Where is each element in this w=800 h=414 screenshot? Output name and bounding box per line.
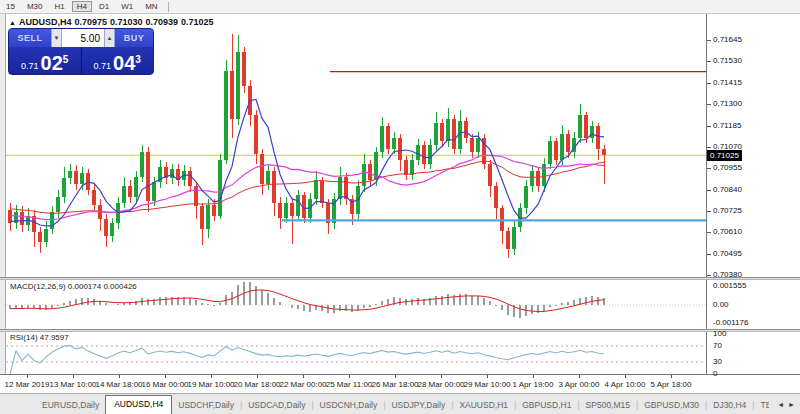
price-tick-label: 0.71300 bbox=[713, 100, 742, 108]
rsi-line bbox=[10, 345, 604, 374]
chart-tab-usdcad-daily[interactable]: USDCAD,Daily bbox=[242, 397, 311, 414]
one-click-trading-panel: SELL ▼ ▲ BUY 0.71025 0.71043 bbox=[8, 28, 154, 75]
close-value: 0.71025 bbox=[181, 17, 214, 27]
symbol-tabbar: EURUSD,DailyAUDUSD,H4USDCHF,Daily|USDCAD… bbox=[0, 393, 800, 414]
high-value: 0.71030 bbox=[110, 17, 143, 27]
time-axis-label: 25 Mar 11:00 bbox=[326, 380, 373, 389]
macd-signal-line bbox=[10, 290, 604, 312]
time-axis-label: 16 Mar 00:00 bbox=[141, 380, 188, 389]
time-tick-mark bbox=[257, 375, 258, 378]
buy-button[interactable]: BUY bbox=[115, 29, 153, 47]
price-tick-mark bbox=[707, 211, 711, 212]
timeframe-H4[interactable]: H4 bbox=[72, 1, 92, 12]
open-value: 0.70975 bbox=[74, 17, 107, 27]
chart-tab-audusd-h4[interactable]: AUDUSD,H4 bbox=[105, 395, 172, 414]
timeframe-D1[interactable]: D1 bbox=[94, 1, 114, 12]
volume-decrease-button[interactable]: ▼ bbox=[51, 29, 62, 47]
timeframe-15[interactable]: 15 bbox=[1, 1, 20, 12]
pane-splitter-macd[interactable] bbox=[0, 277, 800, 280]
macd-label: MACD(12,26,9) 0.000174 0.000426 bbox=[10, 282, 137, 291]
time-tick-mark bbox=[165, 375, 166, 378]
time-axis-label: 22 Mar 00:00 bbox=[279, 380, 326, 389]
time-axis-label: 19 Mar 10:00 bbox=[187, 380, 234, 389]
rsi-label: RSI(14) 47.9597 bbox=[10, 333, 69, 342]
rsi-axis-label: 100 bbox=[713, 330, 726, 338]
time-tick-mark bbox=[487, 375, 488, 378]
time-tick-mark bbox=[625, 375, 626, 378]
price-tick-mark bbox=[707, 232, 711, 233]
time-axis-label: 26 Mar 18:00 bbox=[371, 380, 418, 389]
timeframe-M30[interactable]: M30 bbox=[22, 1, 48, 12]
ohlc-line: ▲AUDUSD,H40.709750.710300.709390.71025 bbox=[9, 17, 217, 27]
time-tick-mark bbox=[671, 375, 672, 378]
timeframe-toolbar: 15M30H1H4D1W1MN bbox=[0, 0, 800, 14]
macd-axis-label: -0.001176 bbox=[713, 319, 748, 327]
sell-price[interactable]: 0.71025 bbox=[9, 47, 81, 75]
chart-tab-eurusd-daily[interactable]: EURUSD,Daily bbox=[36, 397, 105, 414]
tab-scroll-left-icon[interactable]: ◄ bbox=[777, 401, 784, 408]
time-tick-mark bbox=[533, 375, 534, 378]
chart-tab-sp500-m15[interactable]: SP500,M15 bbox=[580, 397, 636, 414]
chart-tab-gbpusd-m30[interactable]: GBPUSD,M30 bbox=[638, 397, 705, 414]
pane-splitter-rsi[interactable] bbox=[0, 329, 800, 332]
time-axis-label: 4 Apr 10:00 bbox=[605, 380, 646, 389]
volume-increase-button[interactable]: ▲ bbox=[104, 29, 115, 47]
price-tick-label: 0.70610 bbox=[713, 228, 742, 236]
timeframe-H1[interactable]: H1 bbox=[49, 1, 69, 12]
price-tick-mark bbox=[707, 190, 711, 191]
time-axis-label: 20 Mar 18:00 bbox=[233, 380, 280, 389]
tab-scroll-right-icon[interactable]: ► bbox=[788, 401, 795, 408]
time-tick-mark bbox=[441, 375, 442, 378]
time-axis-label: 5 Apr 18:00 bbox=[651, 380, 692, 389]
time-tick-mark bbox=[119, 375, 120, 378]
rsi-axis-label: 30 bbox=[713, 358, 722, 366]
time-axis-label: 14 Mar 18:00 bbox=[95, 380, 142, 389]
chart-tab-usdcnh-daily[interactable]: USDCNH,Daily bbox=[314, 397, 384, 414]
price-tick-label: 0.70840 bbox=[713, 186, 742, 194]
sell-button[interactable]: SELL bbox=[9, 29, 51, 47]
rsi-axis-label: 70 bbox=[713, 342, 722, 350]
price-tick-label: 0.70495 bbox=[713, 250, 742, 258]
toolbar-separator bbox=[168, 2, 169, 12]
price-tick-label: 0.71185 bbox=[713, 122, 741, 130]
time-tick-mark bbox=[349, 375, 350, 378]
chart-window[interactable]: MACD(12,26,9) 0.000174 0.000426 RSI(14) … bbox=[0, 14, 800, 393]
macd-axis-label: 0.00 bbox=[713, 301, 729, 309]
price-tick-mark bbox=[707, 61, 711, 62]
time-axis-label: 28 Mar 00:00 bbox=[417, 380, 464, 389]
price-tick-mark bbox=[707, 40, 711, 41]
chart-tab-usdjpy-daily[interactable]: USDJPY,Daily bbox=[385, 397, 451, 414]
time-axis-label: 29 Mar 10:00 bbox=[463, 380, 510, 389]
chart-tab-usdchf-daily[interactable]: USDCHF,Daily bbox=[172, 397, 240, 414]
chart-tab-gbpusd-h1[interactable]: GBPUSD,H1 bbox=[516, 397, 577, 414]
symbol-label: AUDUSD,H4 bbox=[19, 17, 72, 27]
chart-tab-dj30-h4[interactable]: DJ30,H4 bbox=[707, 397, 752, 414]
price-tick-mark bbox=[707, 83, 711, 84]
price-tick-mark bbox=[707, 126, 711, 127]
time-tick-mark bbox=[73, 375, 74, 378]
price-tick-mark bbox=[707, 168, 711, 169]
chart-tab-xauusd-h1[interactable]: XAUUSD,H1 bbox=[453, 397, 514, 414]
rsi-axis-label: 0 bbox=[713, 370, 717, 378]
time-tick-mark bbox=[303, 375, 304, 378]
price-tick-label: 0.71645 bbox=[713, 36, 742, 44]
timeframe-MN[interactable]: MN bbox=[140, 1, 162, 12]
rsi-pane-canvas[interactable] bbox=[6, 332, 706, 374]
price-tick-label: 0.71415 bbox=[713, 79, 742, 87]
price-tick-label: 0.70955 bbox=[713, 164, 742, 172]
price-tick-mark bbox=[707, 147, 711, 148]
time-axis-label: 12 Mar 2019 bbox=[5, 380, 50, 389]
time-tick-mark bbox=[27, 375, 28, 378]
price-tick-mark bbox=[707, 104, 711, 105]
time-axis[interactable]: 12 Mar 201913 Mar 10:0014 Mar 18:0016 Ma… bbox=[0, 374, 800, 393]
timeframe-W1[interactable]: W1 bbox=[116, 1, 138, 12]
price-tick-mark bbox=[707, 254, 711, 255]
low-value: 0.70939 bbox=[146, 17, 179, 27]
volume-input[interactable] bbox=[62, 29, 104, 47]
price-tick-label: 0.71530 bbox=[713, 57, 742, 65]
price-tick-label: 0.70725 bbox=[713, 207, 742, 215]
tab-scroll-buttons: ◄► bbox=[769, 394, 800, 414]
time-tick-mark bbox=[395, 375, 396, 378]
panel-toggle-icon[interactable]: ▲ bbox=[9, 19, 16, 26]
buy-price[interactable]: 0.71043 bbox=[82, 47, 154, 75]
